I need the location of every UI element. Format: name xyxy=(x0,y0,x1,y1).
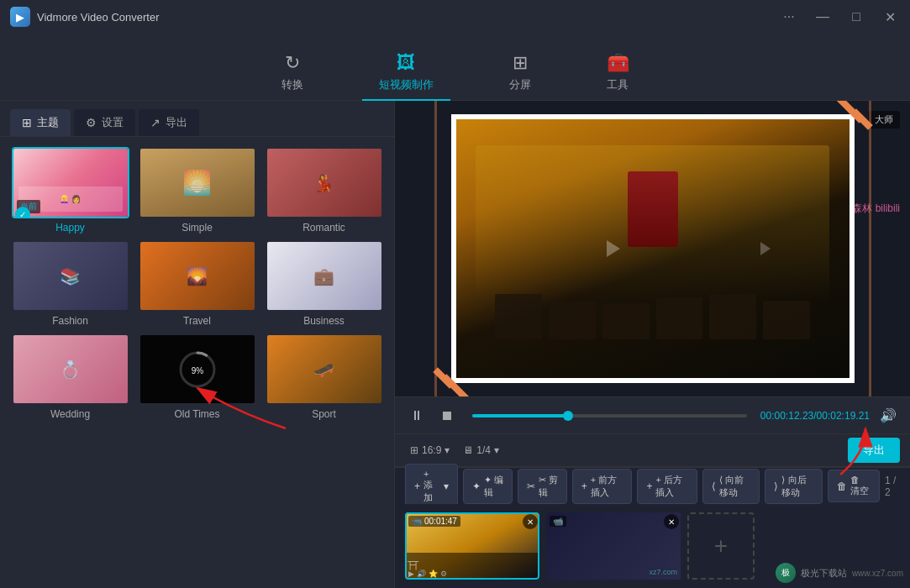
theme-old-times[interactable]: 9% Old Times xyxy=(137,333,257,420)
panel-tabs: ⊞ 主题 ⚙ 设置 ↗ 导出 xyxy=(0,101,394,137)
clip-2-close[interactable]: ✕ xyxy=(664,514,679,529)
nav-tools-label: 工具 xyxy=(607,77,629,92)
clip-2[interactable]: xz7.com 📹 ✕ xyxy=(546,512,681,580)
nav-split-label: 分屏 xyxy=(509,77,531,92)
theme-grid: 👱‍♀️ 👩 当前 ✓ Happy 🌅 Simple xyxy=(0,137,394,588)
theme-travel-label: Travel xyxy=(183,315,211,327)
page-dropdown-icon: ▾ xyxy=(494,444,499,456)
clip-1-info: 📹 00:01:47 xyxy=(408,516,460,527)
move-right-icon: ⟩ xyxy=(774,480,778,492)
clip-1-bottom: ▶🔊⭐⚙ xyxy=(408,570,447,578)
insert-after-button[interactable]: + + 后方插入 xyxy=(637,469,697,504)
cut-button[interactable]: ✂ ✂ 剪辑 xyxy=(518,469,567,504)
theme-fashion-thumb: 📚 xyxy=(12,240,129,312)
theme-sport-label: Sport xyxy=(312,408,336,420)
nav-split-screen[interactable]: ⊞ 分屏 xyxy=(492,45,548,101)
theme-simple-label: Simple xyxy=(181,222,213,234)
progress-dot xyxy=(563,411,573,421)
page-selector[interactable]: 🖥 1/4 ▾ xyxy=(458,442,504,459)
watermark-text: 极光下载站 xyxy=(801,567,847,580)
theme-tab-icon: ⊞ xyxy=(22,116,32,129)
theme-happy[interactable]: 👱‍♀️ 👩 当前 ✓ Happy xyxy=(10,147,130,234)
titlebar-left: ▶ Vidmore Video Converter xyxy=(10,7,160,27)
theme-fashion[interactable]: 📚 Fashion xyxy=(10,240,130,327)
theme-sport-thumb: 🛹 xyxy=(266,333,383,405)
insert-before-button[interactable]: + + 前方插入 xyxy=(572,469,633,504)
theme-business-thumb: 💼 xyxy=(266,240,383,312)
video-content xyxy=(456,119,850,378)
add-button[interactable]: + + 添加 ▾ xyxy=(405,464,458,509)
theme-fashion-label: Fashion xyxy=(52,315,88,327)
theme-romantic[interactable]: 💃 Romantic xyxy=(264,147,384,234)
watermark-logo: 极 xyxy=(776,563,796,583)
clip-1-close[interactable]: ✕ xyxy=(523,514,538,529)
left-panel: ⊞ 主题 ⚙ 设置 ↗ 导出 👱‍♀️ 👩 xyxy=(0,101,395,588)
theme-happy-label: Happy xyxy=(55,222,85,234)
minimize-button[interactable]: — xyxy=(813,7,833,27)
main-content: ⊞ 主题 ⚙ 设置 ↗ 导出 👱‍♀️ 👩 xyxy=(0,101,910,588)
theme-sport[interactable]: 🛹 Sport xyxy=(264,333,384,420)
theme-wedding-thumb: 💍 xyxy=(12,333,129,405)
volume-button[interactable]: 🔊 xyxy=(876,404,900,428)
bottom-toolbar: ⊞ 16:9 ▾ 🖥 1/4 ▾ 导出 xyxy=(395,433,910,467)
insert-before-icon: + xyxy=(581,480,587,492)
tab-export[interactable]: ↗ 导出 xyxy=(139,109,199,136)
theme-happy-thumb: 👱‍♀️ 👩 当前 ✓ xyxy=(12,147,129,218)
settings-tab-icon: ⚙ xyxy=(86,116,97,129)
close-button[interactable]: ✕ xyxy=(880,7,900,27)
video-frame-container xyxy=(434,101,871,396)
convert-icon: ↻ xyxy=(285,52,300,74)
page-count: 1 / 2 xyxy=(885,475,900,498)
nav-tools[interactable]: 🧰 工具 xyxy=(590,45,646,101)
pause-button[interactable]: ⏸ xyxy=(405,404,429,428)
theme-romantic-thumb: 💃 xyxy=(266,147,383,218)
edit-button[interactable]: ✦ ✦ 编辑 xyxy=(463,469,513,504)
top-navigation: ↻ 转换 🖼 短视频制作 ⊞ 分屏 🧰 工具 xyxy=(0,34,910,101)
more-button[interactable]: ··· xyxy=(779,7,799,27)
short-video-icon: 🖼 xyxy=(397,52,415,74)
maximize-button[interactable]: □ xyxy=(846,7,866,27)
tab-settings[interactable]: ⚙ 设置 xyxy=(74,109,135,136)
time-display: 00:00:12.23/00:02:19.21 xyxy=(760,410,870,422)
export-tab-icon: ↗ xyxy=(150,116,160,129)
watermark-url: www.xz7.com xyxy=(852,569,903,578)
clip-1[interactable]: ⛩ 📹 00:01:47 ✕ ▶🔊⭐⚙ xyxy=(405,512,539,580)
page-label: 1/4 xyxy=(476,444,491,456)
app-title: Vidmore Video Converter xyxy=(37,11,160,24)
tab-theme[interactable]: ⊞ 主题 xyxy=(10,109,71,136)
theme-business[interactable]: 💼 Business xyxy=(264,240,384,327)
tab-theme-label: 主题 xyxy=(37,115,59,130)
split-screen-icon: ⊞ xyxy=(513,52,528,74)
clear-button[interactable]: 🗑 🗑 清空 xyxy=(828,470,880,502)
titlebar-controls: ··· — □ ✕ xyxy=(779,7,900,27)
right-panel: 走出森林 bilibili xyxy=(395,101,910,588)
watermark: 极 极光下载站 www.xz7.com xyxy=(776,563,903,583)
master-badge: 大师 xyxy=(868,111,900,129)
theme-romantic-label: Romantic xyxy=(302,222,345,234)
nav-short-video[interactable]: 🖼 短视频制作 xyxy=(362,45,450,101)
tab-export-label: 导出 xyxy=(166,115,187,130)
theme-simple[interactable]: 🌅 Simple xyxy=(137,147,257,234)
svg-text:9%: 9% xyxy=(191,366,203,375)
export-button[interactable]: 导出 xyxy=(848,438,900,463)
aspect-icon: ⊞ xyxy=(410,444,418,456)
stop-button[interactable]: ⏹ xyxy=(435,404,459,428)
progress-fill xyxy=(472,414,568,417)
move-left-button[interactable]: ⟨ ⟨ 向前移动 xyxy=(702,469,760,504)
playback-controls: ⏸ ⏹ 00:00:12.23/00:02:19.21 🔊 xyxy=(395,396,910,433)
move-right-button[interactable]: ⟩ ⟩ 向后移动 xyxy=(765,469,822,504)
theme-travel[interactable]: 🌄 Travel xyxy=(137,240,257,327)
trash-icon: 🗑 xyxy=(837,480,847,492)
app-icon: ▶ xyxy=(10,7,30,27)
add-clip-button[interactable]: + xyxy=(687,512,755,580)
nav-convert[interactable]: ↻ 转换 xyxy=(265,45,320,101)
theme-wedding[interactable]: 💍 Wedding xyxy=(10,333,130,420)
theme-old-times-thumb: 9% xyxy=(139,333,256,405)
theme-old-times-label: Old Times xyxy=(174,408,219,420)
aspect-ratio-label: 16:9 xyxy=(422,444,441,456)
progress-bar[interactable] xyxy=(472,414,747,417)
aspect-ratio-selector[interactable]: ⊞ 16:9 ▾ xyxy=(405,442,455,459)
titlebar: ▶ Vidmore Video Converter ··· — □ ✕ xyxy=(0,0,910,34)
aspect-dropdown-icon: ▾ xyxy=(444,444,450,456)
progress-overlay: 9% xyxy=(140,335,255,403)
